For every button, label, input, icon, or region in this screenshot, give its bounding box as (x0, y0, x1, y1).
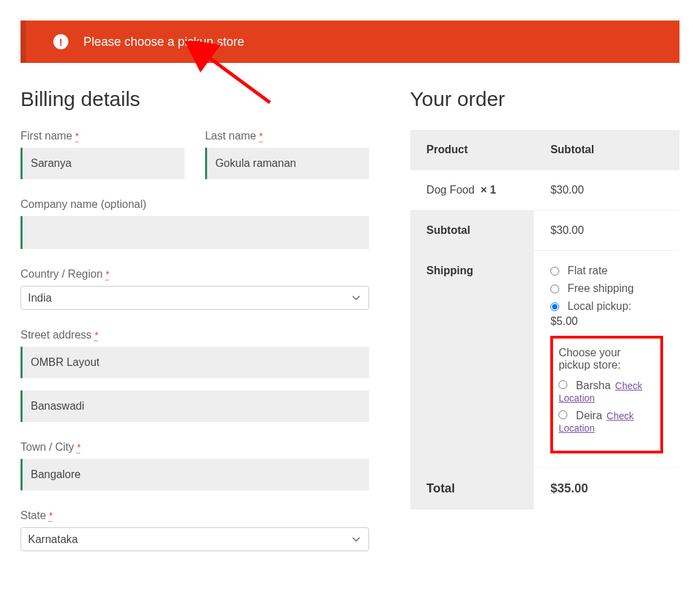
state-label: State * (21, 510, 369, 522)
billing-section: Billing details First name * Last name *… (21, 88, 369, 551)
last-name-input[interactable] (205, 148, 369, 179)
country-label: Country / Region * (21, 268, 369, 280)
first-name-input[interactable] (21, 148, 185, 179)
street-label: Street address * (21, 329, 369, 341)
pickup-store-box: Choose your pickup store: Barsha Check L… (550, 336, 663, 453)
required-mark: * (75, 131, 79, 142)
shipping-row: Shipping Flat rate Free shipping Local p… (410, 251, 679, 468)
required-mark: * (106, 269, 109, 280)
ship-flat[interactable]: Flat rate (550, 265, 663, 277)
street1-input[interactable] (21, 347, 369, 378)
shipping-label: Shipping (410, 251, 534, 468)
order-heading: Your order (410, 88, 679, 111)
col-subtotal: Subtotal (534, 130, 679, 170)
company-input[interactable] (21, 216, 369, 249)
alert-icon: ! (53, 34, 68, 49)
item-name: Dog Food (427, 184, 474, 196)
state-select[interactable]: Karnataka (21, 527, 369, 551)
pickup-title: Choose your pickup store: (558, 347, 655, 371)
subtotal-label: Subtotal (410, 211, 534, 251)
order-section: Your order Product Subtotal Dog Food × 1… (410, 88, 679, 510)
col-product: Product (410, 130, 534, 170)
ship-local[interactable]: Local pickup: (550, 300, 663, 313)
item-qty-prefix: × (481, 184, 487, 196)
pickup-option-barsha[interactable]: Barsha Check Location (558, 380, 655, 404)
city-input[interactable] (21, 459, 369, 490)
ship-free[interactable]: Free shipping (550, 282, 663, 295)
last-name-label: Last name * (205, 130, 369, 142)
item-price: $30.00 (534, 170, 679, 211)
order-item-row: Dog Food × 1 $30.00 (410, 170, 679, 211)
local-price: $5.00 (550, 315, 663, 328)
city-label: Town / City * (21, 441, 369, 453)
subtotal-row: Subtotal $30.00 (410, 211, 679, 251)
country-select[interactable]: India (21, 286, 369, 310)
shipping-options: Flat rate Free shipping Local pickup: $5… (550, 265, 663, 453)
pickup-option-deira[interactable]: Deira Check Location (558, 410, 655, 434)
first-name-label: First name * (21, 130, 185, 142)
street2-input[interactable] (21, 391, 369, 422)
required-mark: * (259, 131, 262, 142)
required-mark: * (77, 442, 81, 453)
total-label: Total (410, 468, 534, 510)
total-row: Total $35.00 (410, 468, 679, 510)
order-table: Product Subtotal Dog Food × 1 $30.00 Sub… (410, 130, 679, 510)
error-message: Please choose a pickup store (83, 35, 244, 49)
required-mark: * (95, 330, 98, 341)
subtotal-value: $30.00 (534, 211, 679, 251)
required-mark: * (49, 510, 53, 521)
billing-heading: Billing details (21, 88, 369, 111)
company-label: Company name (optional) (21, 198, 369, 211)
item-qty: 1 (490, 184, 496, 196)
total-value: $35.00 (534, 468, 679, 510)
error-banner: ! Please choose a pickup store (21, 21, 679, 63)
